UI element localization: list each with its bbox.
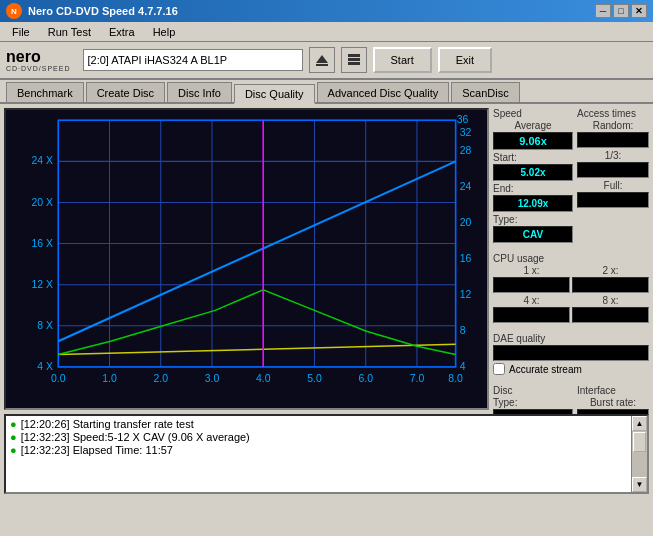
svg-text:4.0: 4.0	[256, 373, 271, 384]
scroll-thumb[interactable]	[633, 432, 646, 452]
title-bar: N Nero CD-DVD Speed 4.7.7.16 ─ □ ✕	[0, 0, 653, 22]
log-area: ● [12:20:26] Starting transfer rate test…	[4, 414, 649, 494]
random-value	[577, 132, 649, 148]
svg-text:16 X: 16 X	[32, 238, 54, 249]
access-times-section: Access times Random: 1/3: Full:	[577, 108, 649, 243]
cpu-2x-label: 2 x:	[572, 265, 649, 276]
svg-text:24 X: 24 X	[32, 156, 54, 167]
svg-text:5.0: 5.0	[307, 373, 322, 384]
dae-value	[493, 345, 649, 361]
scroll-track	[632, 431, 647, 477]
tabs: Benchmark Create Disc Disc Info Disc Qua…	[0, 80, 653, 104]
start-button[interactable]: Start	[373, 47, 432, 73]
right-panel: Speed Average 9.06x Start: 5.02x End: 12…	[493, 104, 653, 414]
cpu-1x-value	[493, 277, 570, 293]
settings-icon-button[interactable]	[341, 47, 367, 73]
cpu-8x-label: 8 x:	[572, 295, 649, 306]
one-third-value	[577, 162, 649, 178]
menu-run-test[interactable]: Run Test	[40, 24, 99, 40]
end-label: End:	[493, 183, 573, 194]
end-value: 12.09x	[493, 195, 573, 212]
chart-svg: 4 X 8 X 12 X 16 X 20 X 24 X 4 8 12 16 20…	[6, 110, 487, 408]
svg-text:7.0: 7.0	[410, 373, 425, 384]
svg-text:36: 36	[457, 114, 469, 125]
svg-text:12 X: 12 X	[32, 279, 54, 290]
average-label: Average	[493, 120, 573, 131]
maximize-button[interactable]: □	[613, 4, 629, 18]
cpu-section: CPU usage 1 x: 2 x: 4 x:	[493, 253, 649, 323]
type-value: CAV	[493, 226, 573, 243]
scroll-up-arrow[interactable]: ▲	[632, 416, 647, 431]
svg-text:6.0: 6.0	[358, 373, 373, 384]
logo: nero CD·DVD/SPEED	[6, 49, 71, 72]
start-label: Start:	[493, 152, 573, 163]
accurate-stream-row: Accurate stream	[493, 363, 649, 375]
svg-text:32: 32	[460, 127, 472, 138]
tab-disc-quality[interactable]: Disc Quality	[234, 84, 315, 104]
start-value: 5.02x	[493, 164, 573, 181]
window-controls[interactable]: ─ □ ✕	[595, 4, 647, 18]
log-icon-2: ●	[10, 431, 17, 443]
svg-text:4: 4	[460, 361, 466, 372]
tab-scan-disc[interactable]: ScanDisc	[451, 82, 519, 102]
cpu-1x-label: 1 x:	[493, 265, 570, 276]
eject-icon-button[interactable]	[309, 47, 335, 73]
tab-advanced-disc-quality[interactable]: Advanced Disc Quality	[317, 82, 450, 102]
average-value: 9.06x	[493, 132, 573, 150]
menu-help[interactable]: Help	[145, 24, 184, 40]
nero-logo: nero	[6, 49, 41, 65]
exit-button[interactable]: Exit	[438, 47, 492, 73]
svg-text:8.0: 8.0	[448, 373, 463, 384]
app-icon: N	[6, 3, 22, 19]
menu-extra[interactable]: Extra	[101, 24, 143, 40]
svg-text:4 X: 4 X	[37, 361, 53, 372]
log-scrollbar[interactable]: ▲ ▼	[631, 416, 647, 492]
cpu-8x-value	[572, 307, 649, 323]
log-entry-1: ● [12:20:26] Starting transfer rate test	[10, 418, 627, 430]
access-times-label: Access times	[577, 108, 649, 119]
svg-text:0.0: 0.0	[51, 373, 66, 384]
svg-text:1.0: 1.0	[102, 373, 117, 384]
disc-type-label: Type:	[493, 397, 573, 408]
accurate-stream-checkbox[interactable]	[493, 363, 505, 375]
tab-create-disc[interactable]: Create Disc	[86, 82, 165, 102]
log-text-2: [12:32:23] Speed:5-12 X CAV (9.06 X aver…	[21, 431, 250, 443]
drive-select[interactable]: [2:0] ATAPI iHAS324 A BL1P	[83, 49, 303, 71]
svg-rect-4	[348, 62, 360, 65]
logo-sub: CD·DVD/SPEED	[6, 65, 71, 72]
main-content: 4 X 8 X 12 X 16 X 20 X 24 X 4 8 12 16 20…	[0, 104, 653, 414]
log-text-1: [12:20:26] Starting transfer rate test	[21, 418, 194, 430]
close-button[interactable]: ✕	[631, 4, 647, 18]
dae-section: DAE quality Accurate stream	[493, 333, 649, 375]
speed-section-label: Speed	[493, 108, 573, 119]
speed-access-row: Speed Average 9.06x Start: 5.02x End: 12…	[493, 108, 649, 243]
cpu-4x-label: 4 x:	[493, 295, 570, 306]
log-inner: ● [12:20:26] Starting transfer rate test…	[6, 416, 631, 492]
minimize-button[interactable]: ─	[595, 4, 611, 18]
window-title: Nero CD-DVD Speed 4.7.7.16	[28, 5, 178, 17]
accurate-stream-label: Accurate stream	[509, 364, 582, 375]
one-third-label: 1/3:	[577, 150, 649, 161]
toolbar: nero CD·DVD/SPEED [2:0] ATAPI iHAS324 A …	[0, 42, 653, 80]
svg-text:24: 24	[460, 181, 472, 192]
type-label: Type:	[493, 214, 573, 225]
cpu-2x-value	[572, 277, 649, 293]
dae-label: DAE quality	[493, 333, 649, 344]
menu-file[interactable]: File	[4, 24, 38, 40]
tab-benchmark[interactable]: Benchmark	[6, 82, 84, 102]
log-entry-2: ● [12:32:23] Speed:5-12 X CAV (9.06 X av…	[10, 431, 627, 443]
svg-text:28: 28	[460, 145, 472, 156]
full-value	[577, 192, 649, 208]
burst-rate-label: Burst rate:	[577, 397, 649, 408]
log-icon-1: ●	[10, 418, 17, 430]
tab-disc-info[interactable]: Disc Info	[167, 82, 232, 102]
svg-marker-0	[316, 55, 328, 63]
interface-label: Interface	[577, 385, 649, 396]
speed-section: Speed Average 9.06x Start: 5.02x End: 12…	[493, 108, 573, 243]
scroll-down-arrow[interactable]: ▼	[632, 477, 647, 492]
svg-text:2.0: 2.0	[153, 373, 168, 384]
svg-text:12: 12	[460, 289, 472, 300]
chart-area: 4 X 8 X 12 X 16 X 20 X 24 X 4 8 12 16 20…	[4, 108, 489, 410]
svg-rect-3	[348, 58, 360, 61]
svg-text:20: 20	[460, 217, 472, 228]
